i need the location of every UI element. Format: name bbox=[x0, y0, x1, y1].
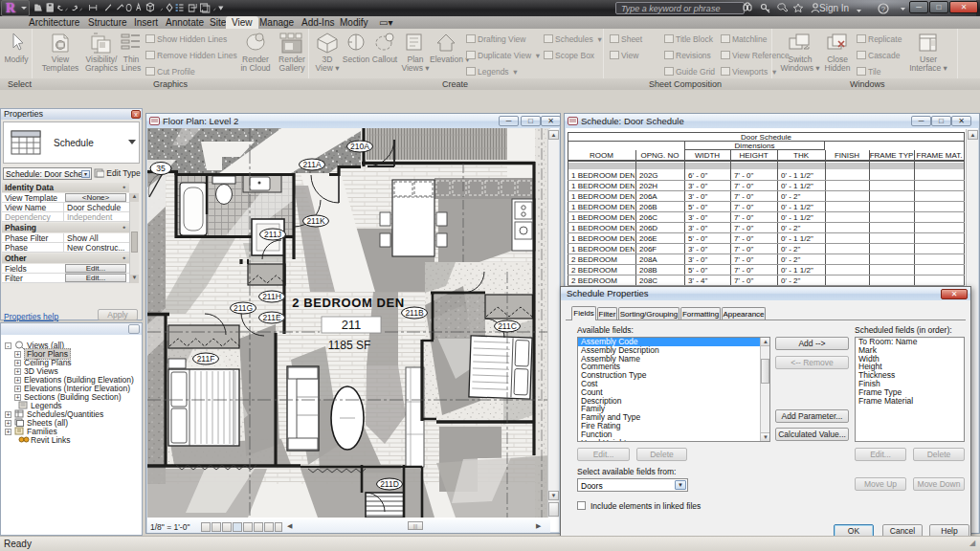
svg-text:211E: 211E bbox=[262, 313, 281, 322]
svg-text:211J: 211J bbox=[264, 230, 281, 239]
svg-text:211D: 211D bbox=[380, 479, 399, 489]
svg-text:?: ? bbox=[881, 5, 886, 13]
svg-text:211H: 211H bbox=[262, 292, 281, 301]
svg-text:211A: 211A bbox=[302, 160, 322, 169]
svg-text:211F: 211F bbox=[197, 354, 215, 364]
svg-text:1185 SF: 1185 SF bbox=[328, 339, 370, 352]
svg-text:211B: 211B bbox=[405, 308, 424, 318]
svg-text:211C: 211C bbox=[498, 321, 517, 331]
svg-text:211G: 211G bbox=[234, 303, 253, 313]
svg-text:211K: 211K bbox=[306, 216, 325, 226]
svg-text:210A: 210A bbox=[350, 142, 369, 151]
svg-text:211: 211 bbox=[342, 318, 362, 332]
svg-text:35: 35 bbox=[156, 164, 166, 173]
svg-text:2 BEDROOM DEN: 2 BEDROOM DEN bbox=[292, 296, 405, 310]
